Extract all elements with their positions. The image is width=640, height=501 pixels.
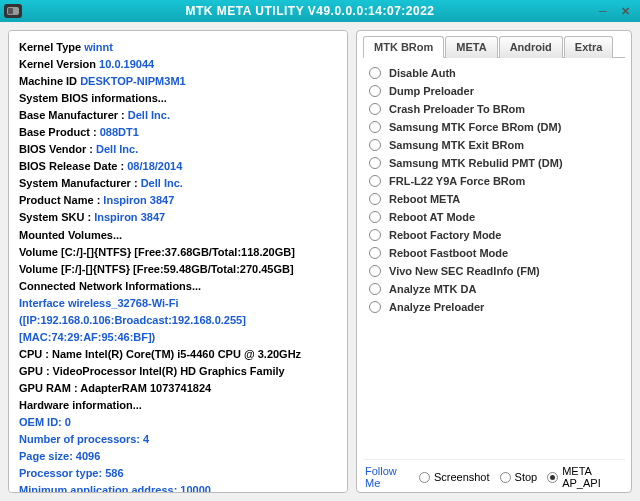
info-row: OEM ID: 0	[19, 414, 337, 431]
meta-ap-api-button[interactable]: META AP_API	[544, 464, 623, 490]
radio-icon	[369, 301, 381, 313]
info-row: Kernel Type winnt	[19, 39, 337, 56]
info-row: System BIOS informations...	[19, 90, 337, 107]
option-label: Reboot Factory Mode	[389, 229, 501, 241]
option-item[interactable]: Samsung MTK Force BRom (DM)	[367, 118, 621, 136]
info-value: Page size: 4096	[19, 450, 100, 462]
info-value: Interface wireless_32768-Wi-Fi ([IP:192.…	[19, 297, 246, 343]
radio-icon	[369, 193, 381, 205]
option-item[interactable]: Analyze MTK DA	[367, 280, 621, 298]
meta-label: META AP_API	[562, 465, 620, 489]
stop-button[interactable]: Stop	[497, 470, 541, 484]
info-value: Dell Inc.	[141, 177, 183, 189]
info-row: BIOS Release Date : 08/18/2014	[19, 158, 337, 175]
info-value: Dell Inc.	[96, 143, 138, 155]
radio-icon	[369, 85, 381, 97]
info-label: System SKU :	[19, 211, 94, 223]
screenshot-button[interactable]: Screenshot	[416, 470, 493, 484]
tab-meta[interactable]: META	[445, 36, 497, 58]
radio-icon	[369, 157, 381, 169]
info-row: Volume [F:/]-[]{NTFS} [Free:59.48GB/Tota…	[19, 261, 337, 278]
info-row: Product Name : Inspiron 3847	[19, 192, 337, 209]
option-label: Samsung MTK Rebulid PMT (DM)	[389, 157, 563, 169]
option-label: Reboot META	[389, 193, 460, 205]
system-info-panel: Kernel Type winntKernel Version 10.0.190…	[8, 30, 348, 493]
info-row: Interface wireless_32768-Wi-Fi ([IP:192.…	[19, 295, 337, 346]
tab-android[interactable]: Android	[499, 36, 563, 58]
option-label: Samsung MTK Exit BRom	[389, 139, 524, 151]
info-value: Processor type: 586	[19, 467, 124, 479]
info-value: Dell Inc.	[128, 109, 170, 121]
option-item[interactable]: Reboot Factory Mode	[367, 226, 621, 244]
radio-icon	[369, 139, 381, 151]
info-value: DESKTOP-NIPM3M1	[80, 75, 186, 87]
option-item[interactable]: Disable Auth	[367, 64, 621, 82]
option-label: Disable Auth	[389, 67, 456, 79]
info-label: Machine ID	[19, 75, 80, 87]
info-label: Base Manufacturer :	[19, 109, 128, 121]
info-label: Product Name :	[19, 194, 103, 206]
info-label: BIOS Release Date :	[19, 160, 127, 172]
option-item[interactable]: Dump Preloader	[367, 82, 621, 100]
info-row: Connected Network Informations...	[19, 278, 337, 295]
info-value: 10.0.19044	[99, 58, 154, 70]
option-item[interactable]: Reboot META	[367, 190, 621, 208]
radio-icon	[369, 229, 381, 241]
option-item[interactable]: Samsung MTK Exit BRom	[367, 136, 621, 154]
svg-rect-1	[8, 8, 13, 14]
info-value: winnt	[84, 41, 113, 53]
app-icon	[4, 4, 22, 18]
info-row: Minimum application address: 10000	[19, 482, 337, 493]
info-value: Inspiron 3847	[94, 211, 165, 223]
info-row: Volume [C:/]-[]{NTFS} [Free:37.68GB/Tota…	[19, 244, 337, 261]
info-label: Kernel Type	[19, 41, 84, 53]
info-row: Number of processors: 4	[19, 431, 337, 448]
option-item[interactable]: Analyze Preloader	[367, 298, 621, 316]
info-value: 088DT1	[100, 126, 139, 138]
option-item[interactable]: Crash Preloader To BRom	[367, 100, 621, 118]
info-row: Page size: 4096	[19, 448, 337, 465]
radio-icon	[369, 67, 381, 79]
radio-icon	[369, 175, 381, 187]
close-button[interactable]: ✕	[614, 2, 636, 20]
info-row: Processor type: 586	[19, 465, 337, 482]
info-row: BIOS Vendor : Dell Inc.	[19, 141, 337, 158]
footer-bar: Follow Me Screenshot Stop META AP_API	[363, 459, 625, 490]
info-row: System SKU : Inspiron 3847	[19, 209, 337, 226]
main-container: Kernel Type winntKernel Version 10.0.190…	[0, 22, 640, 501]
info-row: Mounted Volumes...	[19, 227, 337, 244]
option-label: Vivo New SEC ReadInfo (FM)	[389, 265, 540, 277]
option-item[interactable]: Reboot Fastboot Mode	[367, 244, 621, 262]
option-label: FRL-L22 Y9A Force BRom	[389, 175, 525, 187]
option-list: Disable AuthDump PreloaderCrash Preloade…	[363, 62, 625, 459]
option-label: Crash Preloader To BRom	[389, 103, 525, 115]
info-row: Kernel Version 10.0.19044	[19, 56, 337, 73]
minimize-button[interactable]: ─	[592, 2, 614, 20]
actions-panel: MTK BRomMETAAndroidExtra Disable AuthDum…	[356, 30, 632, 493]
option-label: Reboot Fastboot Mode	[389, 247, 508, 259]
tab-mtk-brom[interactable]: MTK BRom	[363, 36, 444, 58]
info-row: GPU RAM : AdapterRAM 1073741824	[19, 380, 337, 397]
info-value: Inspiron 3847	[103, 194, 174, 206]
screenshot-label: Screenshot	[434, 471, 490, 483]
info-value: Minimum application address: 10000	[19, 484, 211, 493]
info-row: Machine ID DESKTOP-NIPM3M1	[19, 73, 337, 90]
option-label: Reboot AT Mode	[389, 211, 475, 223]
info-label: Kernel Version	[19, 58, 99, 70]
info-value: OEM ID: 0	[19, 416, 71, 428]
option-item[interactable]: FRL-L22 Y9A Force BRom	[367, 172, 621, 190]
option-item[interactable]: Samsung MTK Rebulid PMT (DM)	[367, 154, 621, 172]
option-item[interactable]: Vivo New SEC ReadInfo (FM)	[367, 262, 621, 280]
info-label: BIOS Vendor :	[19, 143, 96, 155]
info-value: 08/18/2014	[127, 160, 182, 172]
option-item[interactable]: Reboot AT Mode	[367, 208, 621, 226]
option-label: Analyze MTK DA	[389, 283, 476, 295]
follow-me-link[interactable]: Follow Me	[365, 465, 408, 489]
info-label: Base Product :	[19, 126, 100, 138]
option-label: Dump Preloader	[389, 85, 474, 97]
radio-icon	[369, 247, 381, 259]
tab-extra[interactable]: Extra	[564, 36, 614, 58]
info-row: Base Product : 088DT1	[19, 124, 337, 141]
option-label: Analyze Preloader	[389, 301, 484, 313]
radio-icon	[369, 121, 381, 133]
